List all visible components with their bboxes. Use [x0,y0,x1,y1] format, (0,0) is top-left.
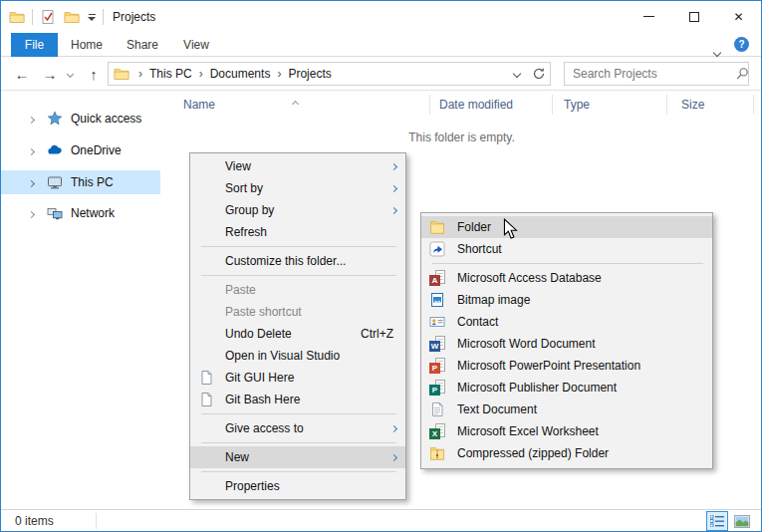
submenu-item-access-database[interactable]: A Microsoft Access Database [421,267,712,289]
menu-item-refresh[interactable]: Refresh [190,221,405,243]
tab-file[interactable]: File [11,33,58,57]
ribbon-tab-row: File Home Share View ? [1,33,761,57]
menu-item-git-gui-here[interactable]: Git GUI Here [190,367,405,389]
this-pc-monitor-icon [47,174,63,190]
column-header-size[interactable]: Size [681,93,704,117]
sidebar-item-network[interactable]: Network [1,201,160,225]
submenu-item-publisher-document[interactable]: P Microsoft Publisher Document [421,377,712,399]
menu-item-paste: Paste [190,279,405,301]
menu-item-group-by[interactable]: Group by [190,199,405,221]
menu-separator [201,442,396,443]
submenu-item-bitmap-image[interactable]: Bitmap image [421,289,712,311]
submenu-item-contact[interactable]: Contact [421,311,712,333]
onedrive-cloud-icon [47,142,63,158]
submenu-arrow-icon [391,164,405,169]
menu-separator [201,471,396,472]
column-divider[interactable] [753,95,754,115]
empty-folder-message: This folder is empty. [160,131,762,144]
menu-item-git-bash-here[interactable]: Git Bash Here [190,389,405,410]
titlebar-separator [32,9,33,25]
tab-home[interactable]: Home [59,33,115,57]
qat-new-folder-icon[interactable] [64,9,80,25]
menu-item-customize-this-folder[interactable]: Customize this folder... [190,250,405,272]
close-icon: ✕ [733,10,743,24]
qat-properties-icon[interactable] [40,9,56,25]
sidebar-item-this-pc[interactable]: This PC [1,170,160,194]
submenu-item-shortcut[interactable]: Shortcut [421,238,712,260]
sort-ascending-icon [293,93,298,111]
sidebar-item-quick-access[interactable]: Quick access [1,107,160,131]
search-input[interactable] [565,67,735,81]
address-dropdown-icon[interactable] [506,63,528,85]
submenu-item-excel-worksheet[interactable]: X Microsoft Excel Worksheet [421,420,712,442]
up-button[interactable]: ↑ [83,58,105,91]
menu-item-view[interactable]: View [190,155,405,177]
folder-icon [429,219,445,235]
refresh-icon[interactable] [528,63,550,85]
expand-chevron-icon[interactable] [29,112,34,126]
menu-separator [201,246,396,247]
search-icon[interactable] [735,63,749,85]
back-button[interactable]: ← [11,58,33,91]
explorer-window: Projects ✕ File Home Share View ? ← → ↑ … [0,0,762,532]
quick-access-star-icon [47,111,63,127]
column-header-name[interactable]: Name [183,93,215,117]
menu-item-properties[interactable]: Properties [190,475,405,497]
submenu-item-text-document[interactable]: Text Document [421,399,712,420]
address-folder-icon [114,66,129,82]
maximize-button[interactable] [671,1,716,32]
expand-chevron-icon[interactable] [29,206,34,220]
column-divider[interactable] [666,95,667,115]
excel-icon: X [429,423,445,439]
submenu-item-compressed-folder[interactable]: Compressed (zipped) Folder [421,442,712,464]
help-icon[interactable]: ? [734,37,749,52]
menu-item-open-in-visual-studio[interactable]: Open in Visual Studio [190,345,405,367]
qat-dropdown-icon[interactable] [88,14,96,21]
navigation-pane: Quick access OneDrive This PC [1,91,160,509]
status-bar: 0 items [1,509,761,532]
zipped-folder-icon [429,445,445,461]
text-document-icon [429,401,445,417]
submenu-arrow-icon [391,208,405,213]
powerpoint-icon: P [429,358,445,374]
sidebar-item-onedrive[interactable]: OneDrive [1,138,160,162]
git-file-icon [197,370,214,386]
breadcrumb-this-pc[interactable]: This PC [147,67,194,81]
recent-locations-icon[interactable] [63,58,77,91]
submenu-arrow-icon [391,455,405,460]
submenu-item-word-document[interactable]: W Microsoft Word Document [421,333,712,355]
minimize-button[interactable] [627,1,671,32]
breadcrumb-separator-icon: › [133,67,147,81]
menu-item-sort-by[interactable]: Sort by [190,177,405,199]
column-header-type[interactable]: Type [564,93,590,117]
menu-item-new[interactable]: New [190,446,405,468]
menu-item-give-access-to[interactable]: Give access to [190,417,405,439]
menu-item-undo-delete[interactable]: Undo Delete Ctrl+Z [190,323,405,345]
breadcrumb-documents[interactable]: Documents [208,67,273,81]
menu-separator [201,413,396,414]
contact-card-icon [429,314,445,330]
bitmap-image-icon [429,292,445,308]
navigation-toolbar: ← → ↑ › This PC › Documents › Projects [1,58,761,91]
details-view-button[interactable] [706,511,728,531]
forward-button[interactable]: → [39,58,61,91]
expand-chevron-icon[interactable] [29,143,34,157]
submenu-arrow-icon [391,186,405,191]
column-divider[interactable] [429,95,430,115]
titlebar-separator [103,9,104,25]
address-bar[interactable]: › This PC › Documents › Projects [108,62,551,86]
submenu-item-folder[interactable]: Folder [421,216,712,238]
window-title: Projects [113,10,155,24]
column-header-date-modified[interactable]: Date modified [439,93,513,117]
titlebar: Projects ✕ [1,1,761,33]
tab-share[interactable]: Share [115,33,170,57]
large-icons-view-button[interactable] [731,511,753,531]
breadcrumb-projects[interactable]: Projects [286,67,333,81]
close-button[interactable]: ✕ [716,1,761,32]
word-icon: W [429,336,445,352]
window-folder-icon [9,9,25,25]
column-divider[interactable] [552,95,553,115]
expand-chevron-icon[interactable] [29,175,34,189]
submenu-item-powerpoint-presentation[interactable]: P Microsoft PowerPoint Presentation [421,355,712,377]
tab-view[interactable]: View [170,33,222,57]
